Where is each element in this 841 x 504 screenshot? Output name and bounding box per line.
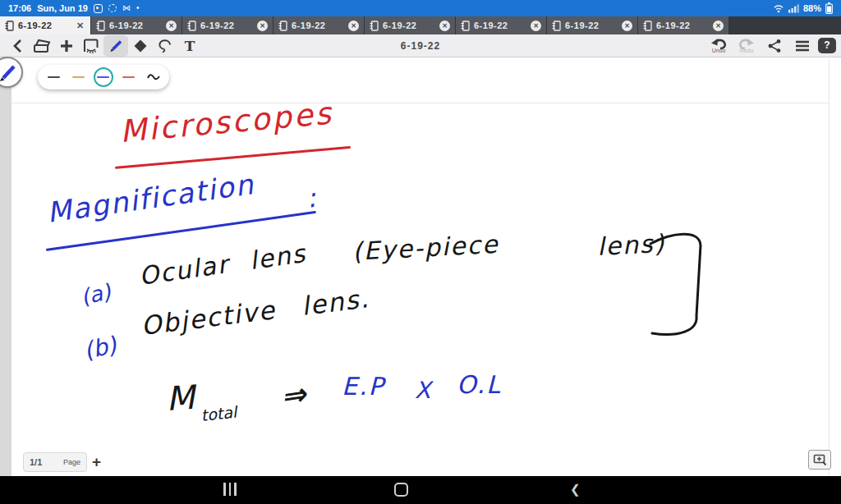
notebook-icon bbox=[643, 21, 652, 31]
tab-label: 6-19-22 bbox=[656, 21, 709, 30]
notebook-icon bbox=[370, 21, 379, 31]
red-pen-option[interactable] bbox=[118, 67, 138, 87]
zoom-button[interactable] bbox=[808, 450, 831, 470]
undo-label: Undo bbox=[712, 48, 726, 53]
handwriting-item-a-text: Ocular lens bbox=[137, 239, 308, 291]
pen-icon bbox=[0, 58, 21, 86]
back-button[interactable]: ❮ bbox=[570, 482, 581, 497]
page-indicator[interactable]: 1/1 Page bbox=[23, 452, 87, 472]
toolbar: 6-19-22 bbox=[0, 34, 841, 57]
blue-pen-option-selected[interactable] bbox=[94, 67, 113, 87]
pages-icon[interactable] bbox=[30, 35, 54, 57]
notebook-icon bbox=[278, 21, 287, 31]
home-button[interactable] bbox=[394, 483, 408, 497]
tab-note[interactable]: 6-19-22 ✕ bbox=[547, 16, 638, 34]
lasso-icon[interactable] bbox=[153, 35, 177, 57]
hide-annotations-icon[interactable] bbox=[79, 35, 103, 57]
formula-subscript: total bbox=[200, 403, 238, 424]
notebook-icon bbox=[5, 21, 14, 31]
tab-label: 6-19-22 bbox=[474, 21, 526, 30]
tab-label: 6-19-22 bbox=[292, 21, 344, 30]
help-icon[interactable]: ? bbox=[818, 38, 836, 53]
undo-button[interactable]: Undo bbox=[706, 38, 731, 53]
tab-label: 6-19-22 bbox=[109, 21, 162, 30]
notebook-icon bbox=[552, 21, 561, 31]
notebook-icon bbox=[187, 21, 196, 31]
page-top-rule bbox=[11, 103, 830, 103]
text-tool-icon[interactable]: T bbox=[177, 35, 202, 57]
handwriting-item-b-marker: (b) bbox=[81, 331, 119, 364]
note-canvas[interactable]: Microscopes Magnification : (a) Ocular l… bbox=[0, 58, 841, 476]
title-underline bbox=[115, 146, 351, 169]
text-tool-label: T bbox=[185, 38, 195, 54]
add-icon[interactable] bbox=[54, 35, 79, 57]
date: Sun, Jun 19 bbox=[37, 3, 88, 13]
tab-note[interactable]: 6-19-22 ✕ bbox=[182, 16, 273, 34]
pen-fab-button[interactable] bbox=[0, 57, 23, 88]
formula-arrow: ⇒ bbox=[278, 377, 308, 414]
recents-button[interactable] bbox=[223, 483, 237, 496]
tab-label: 6-19-22 bbox=[200, 21, 253, 30]
orange-pen-option[interactable] bbox=[69, 67, 89, 87]
tab-note[interactable]: 6-19-22 ✕ bbox=[456, 16, 547, 34]
tab-note[interactable]: 6-19-22 ✕ bbox=[0, 16, 91, 34]
page-right-rule bbox=[829, 58, 830, 476]
battery-percent: 88% bbox=[803, 3, 821, 13]
formula-times: X bbox=[415, 377, 430, 404]
tab-label: 6-19-22 bbox=[18, 21, 71, 30]
pen-tool-icon[interactable] bbox=[103, 35, 128, 57]
close-icon[interactable]: ✕ bbox=[439, 21, 450, 31]
close-icon[interactable]: ✕ bbox=[622, 21, 632, 31]
tab-note[interactable]: 6-19-22 ✕ bbox=[273, 16, 365, 34]
notebook-icon bbox=[96, 21, 105, 31]
back-chevron-icon[interactable] bbox=[5, 35, 30, 57]
redo-button[interactable]: Redo bbox=[734, 38, 759, 53]
magnifier-zoom-icon bbox=[813, 454, 827, 466]
formula-eyepiece: E.P bbox=[342, 372, 385, 401]
tab-note[interactable]: 6-19-22 ✕ bbox=[365, 16, 456, 34]
close-icon[interactable]: ✕ bbox=[166, 21, 177, 31]
status-right: 88% bbox=[773, 2, 833, 14]
close-icon[interactable]: ✕ bbox=[257, 21, 268, 31]
handwriting-item-b-text: Objective lens. bbox=[140, 283, 371, 341]
share-icon[interactable] bbox=[762, 35, 787, 57]
close-icon[interactable]: ✕ bbox=[75, 21, 85, 31]
tab-label: 6-19-22 bbox=[565, 21, 618, 30]
handwritten-bracket bbox=[639, 226, 713, 345]
notebook-icon bbox=[461, 21, 470, 31]
toolbar-right: Undo Redo bbox=[706, 35, 836, 57]
status-left: 17:06 Sun, Jun 19 ⋈ • bbox=[8, 3, 139, 13]
gmail-icon: ⋈ bbox=[122, 4, 131, 12]
left-margin-strip bbox=[0, 58, 11, 476]
clock: 17:06 bbox=[8, 3, 31, 13]
squiggle-style-option[interactable] bbox=[144, 67, 163, 87]
battery-icon bbox=[825, 2, 833, 14]
tab-note[interactable]: 6-19-22 ✕ bbox=[638, 16, 729, 34]
status-bar: 17:06 Sun, Jun 19 ⋈ • 88% bbox=[0, 0, 841, 16]
page-label: Page bbox=[63, 458, 80, 466]
screen: 17:06 Sun, Jun 19 ⋈ • 88% bbox=[0, 0, 841, 504]
tab-label: 6-19-22 bbox=[383, 21, 435, 30]
eraser-icon[interactable] bbox=[128, 35, 153, 57]
gray-pen-option[interactable] bbox=[44, 67, 63, 87]
squiggle-icon bbox=[147, 73, 160, 81]
close-icon[interactable]: ✕ bbox=[348, 21, 359, 31]
add-page-button[interactable]: + bbox=[92, 452, 101, 472]
page-number: 1/1 bbox=[30, 457, 42, 467]
tab-bar: 6-19-22 ✕ 6-19-22 ✕ 6-19-22 ✕ 6-19-22 ✕ … bbox=[0, 16, 841, 34]
formula-m: M bbox=[165, 378, 196, 418]
handwriting-item-a-paren: (Eye-piece bbox=[352, 230, 499, 266]
pen-options-bar bbox=[38, 65, 169, 89]
signal-icon bbox=[788, 3, 799, 13]
formula-objective: O.L bbox=[457, 370, 502, 399]
handwriting-title: Microscopes bbox=[118, 95, 334, 149]
tab-note[interactable]: 6-19-22 ✕ bbox=[91, 16, 182, 34]
menu-icon[interactable] bbox=[790, 35, 815, 57]
handwriting-item-a-marker: (a) bbox=[79, 279, 113, 309]
close-icon[interactable]: ✕ bbox=[531, 21, 541, 31]
notification-dot: • bbox=[136, 4, 140, 12]
capture-icon bbox=[108, 4, 117, 12]
android-nav-bar: ❮ bbox=[0, 476, 841, 504]
close-icon[interactable]: ✕ bbox=[713, 21, 724, 31]
camera-icon bbox=[94, 4, 103, 13]
